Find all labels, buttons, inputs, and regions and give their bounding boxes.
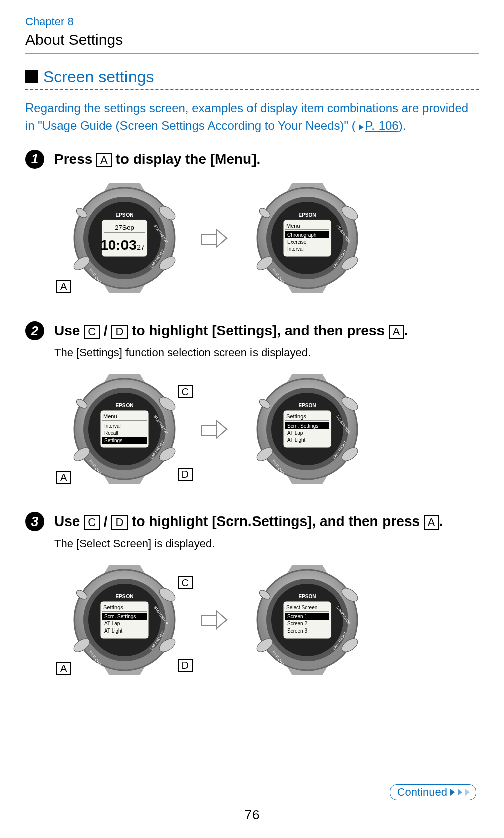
svg-text:Screen 1: Screen 1 <box>287 614 307 619</box>
step-subtitle: The [Settings] function selection screen… <box>54 346 479 359</box>
triangle-icon <box>458 789 462 796</box>
step-number: 3 <box>25 512 44 531</box>
button-label-c: C <box>178 576 193 589</box>
watch-row: EPSON Menu Interval Recall Settings STAR… <box>54 371 479 487</box>
text: to highlight [Settings], and then press <box>128 323 389 338</box>
svg-text:EPSON: EPSON <box>298 594 316 599</box>
svg-text:Scrn. Settings: Scrn. Settings <box>104 614 136 619</box>
svg-text:EPSON: EPSON <box>298 212 316 218</box>
watch-menu: EPSON Menu Chronograph Exercise Interval… <box>237 180 377 296</box>
text: to display the [Menu]. <box>112 151 261 167</box>
svg-text:27: 27 <box>137 243 145 251</box>
text: Press <box>54 151 96 167</box>
text: Use <box>54 323 84 338</box>
step-subtitle: The [Select Screen] is displayed. <box>54 537 479 550</box>
svg-text:AT Light: AT Light <box>287 437 306 443</box>
svg-text:EPSON: EPSON <box>115 212 133 218</box>
step-2: 2 Use C / D to highlight [Settings], and… <box>25 321 479 487</box>
svg-text:AT Light: AT Light <box>104 628 123 634</box>
watch-time: EPSON 27Sep 10:03 27 START/STOP LAP / RE… <box>54 180 195 296</box>
section-title: Screen settings <box>43 68 154 86</box>
watch-menu-settings: EPSON Menu Interval Recall Settings STAR… <box>54 371 195 487</box>
chapter-label: Chapter 8 <box>25 15 479 28</box>
watch-settings: EPSON Settings Scrn. Settings AT Lap AT … <box>54 562 195 678</box>
button-label-a: A <box>56 662 71 675</box>
svg-text:Exercise: Exercise <box>287 239 307 245</box>
key-c: C <box>84 515 100 530</box>
svg-text:27Sep: 27Sep <box>115 224 134 231</box>
svg-text:Select Screen: Select Screen <box>286 605 317 610</box>
key-c: C <box>84 325 100 339</box>
page-link[interactable]: P. 106 <box>365 119 398 132</box>
key-a: A <box>389 325 404 339</box>
dashed-divider <box>25 89 479 90</box>
key-d: D <box>111 515 128 530</box>
intro-text: Regarding the settings screen, examples … <box>25 99 479 135</box>
triangle-icon <box>465 789 470 796</box>
text: / <box>100 323 111 338</box>
svg-text:Settings: Settings <box>104 438 122 443</box>
text: Use <box>54 513 84 529</box>
text: / <box>100 513 111 529</box>
svg-text:Menu: Menu <box>286 223 300 229</box>
svg-text:Menu: Menu <box>103 413 117 420</box>
step-title: Use C / D to highlight [Scrn.Settings], … <box>54 512 479 531</box>
svg-text:AT Lap: AT Lap <box>287 430 303 436</box>
button-label-d: D <box>178 659 193 672</box>
svg-text:EPSON: EPSON <box>115 403 133 408</box>
step-3: 3 Use C / D to highlight [Scrn.Settings]… <box>25 512 479 678</box>
button-label-a: A <box>56 280 71 293</box>
arrow-right-icon <box>359 124 364 130</box>
step-1: 1 Press A to display the [Menu]. EPSON <box>25 150 479 296</box>
step-number: 1 <box>25 150 44 169</box>
button-label-d: D <box>178 468 193 481</box>
svg-text:Recall: Recall <box>104 430 118 436</box>
arrow-right-icon <box>201 607 231 633</box>
continued-badge: Continued <box>390 784 476 800</box>
watch-row: EPSON 27Sep 10:03 27 START/STOP LAP / RE… <box>54 180 479 296</box>
square-bullet-icon <box>25 70 38 83</box>
divider <box>25 53 479 54</box>
svg-text:Chronograph: Chronograph <box>287 232 316 238</box>
page-title: About Settings <box>25 31 479 48</box>
svg-text:Interval: Interval <box>104 423 121 429</box>
step-title: Use C / D to highlight [Settings], and t… <box>54 321 479 340</box>
watch-settings: EPSON Settings Scrn. Settings AT Lap AT … <box>237 371 377 487</box>
watch-row: EPSON Settings Scrn. Settings AT Lap AT … <box>54 562 479 678</box>
key-d: D <box>111 325 128 339</box>
arrow-right-icon <box>201 416 231 442</box>
svg-text:EPSON: EPSON <box>298 403 316 408</box>
arrow-right-icon <box>201 226 231 251</box>
step-number: 2 <box>25 321 44 340</box>
svg-text:Settings: Settings <box>103 604 123 610</box>
step-title: Press A to display the [Menu]. <box>54 150 479 169</box>
text: to highlight [Scrn.Settings], and then p… <box>128 513 424 529</box>
watch-select-screen: EPSON Select Screen Screen 1 Screen 2 Sc… <box>237 562 377 678</box>
svg-text:EPSON: EPSON <box>115 594 133 599</box>
svg-text:10:03: 10:03 <box>100 237 137 253</box>
triangle-icon <box>450 789 455 796</box>
continued-label: Continued <box>397 786 447 799</box>
key-a: A <box>424 515 439 530</box>
svg-text:Screen 2: Screen 2 <box>287 621 307 626</box>
text: . <box>404 323 408 338</box>
svg-text:AT Lap: AT Lap <box>104 621 120 626</box>
text: . <box>439 513 443 529</box>
svg-text:Interval: Interval <box>287 246 304 252</box>
intro-post: ). <box>399 119 406 132</box>
section-header: Screen settings <box>25 68 479 86</box>
button-label-c: C <box>178 385 193 398</box>
button-label-a: A <box>56 471 71 484</box>
svg-text:Screen 3: Screen 3 <box>287 628 307 634</box>
key-a: A <box>96 153 112 167</box>
svg-text:Scrn. Settings: Scrn. Settings <box>287 423 318 429</box>
svg-text:Settings: Settings <box>286 413 306 420</box>
page-number: 76 <box>0 807 504 823</box>
